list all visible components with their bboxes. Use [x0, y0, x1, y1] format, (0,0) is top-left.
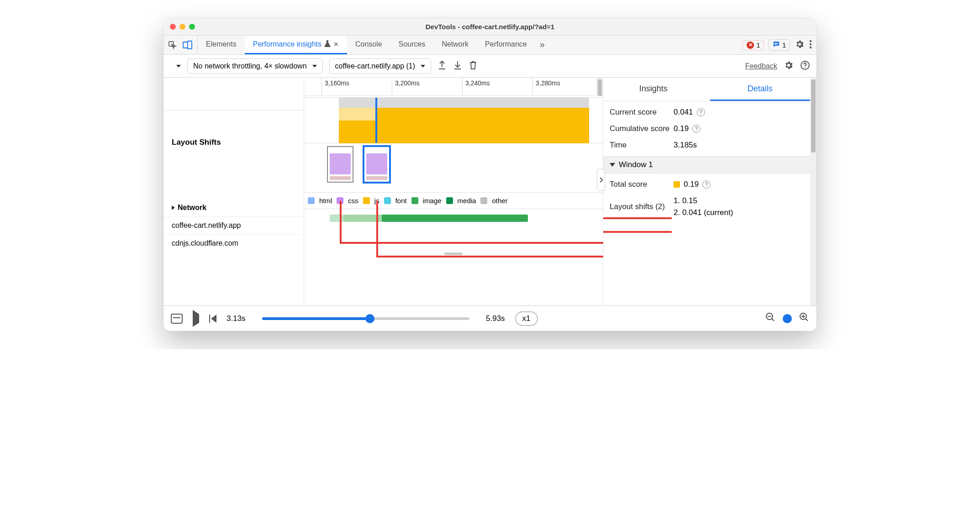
svg-point-7 — [810, 46, 811, 48]
network-legend: html css js font image media other — [304, 193, 603, 209]
close-window-button[interactable] — [170, 24, 176, 30]
zoom-in-icon[interactable] — [799, 312, 809, 325]
legend-swatch — [446, 197, 453, 204]
maximize-window-button[interactable] — [189, 24, 195, 30]
svg-point-9 — [805, 67, 806, 68]
layout-shifts-label: Layout Shifts — [163, 110, 304, 153]
legend-swatch — [384, 197, 391, 204]
help-icon[interactable] — [800, 60, 810, 72]
panel-settings-icon[interactable] — [784, 60, 794, 72]
network-waterfall[interactable] — [304, 209, 603, 250]
tab-insights[interactable]: Insights — [603, 78, 704, 101]
flask-icon — [324, 40, 331, 49]
help-icon[interactable]: ? — [692, 125, 701, 133]
recording-select[interactable]: coffee-cart.netlify.app (1) — [329, 58, 432, 74]
devtools-window: DevTools - coffee-cart.netlify.app/?ad=1… — [163, 18, 817, 331]
window-section-header[interactable]: Window 1 — [603, 156, 817, 173]
close-tab-icon[interactable]: ✕ — [333, 41, 339, 48]
network-bar[interactable] — [343, 215, 382, 222]
window-title: DevTools - coffee-cart.netlify.app/?ad=1 — [163, 23, 817, 31]
message-count-badge[interactable]: 1 — [769, 39, 790, 51]
tab-elements[interactable]: Elements — [198, 36, 245, 54]
play-button[interactable] — [193, 314, 199, 323]
inspect-icon[interactable] — [168, 41, 177, 50]
ruler-tick: 3,200ms — [392, 78, 422, 95]
collapse-sidepanel-button[interactable] — [597, 169, 605, 191]
tab-console[interactable]: Console — [347, 36, 390, 54]
timeline-area[interactable]: 3,160ms 3,200ms 3,240ms 3,280ms html — [304, 78, 603, 305]
tab-sources[interactable]: Sources — [390, 36, 434, 54]
time-ruler[interactable]: 3,160ms 3,200ms 3,240ms 3,280ms — [304, 78, 603, 96]
more-tabs-button[interactable]: » — [535, 36, 549, 54]
panel-tabstrip: Elements Performance insights ✕ Console … — [163, 36, 817, 55]
network-bar[interactable] — [382, 215, 528, 222]
svg-rect-3 — [775, 43, 778, 44]
chevron-down-icon — [610, 163, 615, 167]
import-icon[interactable] — [453, 60, 462, 72]
layout-shift-entry[interactable]: 2. 0.041 (current) — [674, 208, 733, 217]
ruler-tick: 3,280ms — [532, 78, 563, 95]
zoom-out-icon[interactable] — [765, 312, 775, 325]
feedback-link[interactable]: Feedback — [745, 62, 777, 70]
error-count-badge[interactable]: ✕1 — [743, 40, 764, 50]
playback-bar: 3.13s 5.93s x1 — [163, 305, 817, 331]
tab-network[interactable]: Network — [433, 36, 477, 54]
annotation-line — [603, 231, 672, 233]
track-labels: Layout Shifts Network coffee-cart.netlif… — [163, 78, 304, 305]
device-toolbar-icon[interactable] — [183, 41, 193, 50]
kv-cumulative-score: Cumulative score0.19? — [603, 121, 817, 137]
playback-start-time: 3.13s — [227, 314, 246, 323]
legend-swatch — [337, 197, 343, 204]
layout-shift-thumb-selected[interactable] — [363, 145, 391, 184]
svg-rect-2 — [188, 41, 192, 49]
insights-toolbar: No network throttling, 4× slowdown coffe… — [163, 55, 817, 78]
legend-swatch — [308, 197, 315, 204]
kv-total-score: Total score0.19? — [603, 176, 817, 193]
horizontal-scrollbar[interactable] — [304, 250, 603, 257]
throttling-select[interactable]: No network throttling, 4× slowdown — [187, 58, 323, 74]
layout-shift-thumb[interactable] — [327, 146, 353, 183]
help-icon[interactable]: ? — [697, 108, 705, 116]
export-icon[interactable] — [437, 60, 447, 72]
tab-performance-insights[interactable]: Performance insights ✕ — [245, 36, 347, 54]
details-scrollbar[interactable] — [810, 78, 817, 305]
network-host-row[interactable]: cdnjs.cloudflare.com — [163, 235, 304, 252]
layout-shift-entry[interactable]: 1. 0.15 — [674, 196, 697, 205]
network-section-header[interactable]: Network — [163, 199, 304, 217]
kv-layout-shifts: Layout shifts (2) 1. 0.15 2. 0.041 (curr… — [603, 193, 817, 221]
layout-shift-thumbnails — [304, 143, 603, 193]
playhead-cursor[interactable] — [375, 98, 377, 143]
settings-icon[interactable] — [795, 39, 805, 51]
svg-point-5 — [810, 40, 811, 42]
ruler-tick: 3,240ms — [462, 78, 493, 95]
network-host-row[interactable]: coffee-cart.netlify.app — [163, 217, 304, 235]
svg-point-6 — [810, 43, 811, 45]
main-flamechart[interactable] — [304, 98, 603, 143]
legend-swatch — [411, 197, 418, 204]
annotation-line — [603, 217, 672, 219]
speed-badge[interactable]: x1 — [515, 311, 538, 326]
tab-details[interactable]: Details — [710, 78, 811, 101]
playback-end-time: 5.93s — [486, 314, 505, 323]
details-tabs: Insights Details — [603, 78, 817, 101]
panel-body: Layout Shifts Network coffee-cart.netlif… — [163, 78, 817, 305]
titlebar: DevTools - coffee-cart.netlify.app/?ad=1 — [163, 18, 817, 36]
delete-icon[interactable] — [469, 60, 478, 72]
rewind-button[interactable] — [209, 315, 216, 323]
minimize-window-button[interactable] — [179, 24, 185, 30]
message-icon — [773, 41, 780, 49]
kv-time: Time3.185s — [603, 137, 817, 153]
traffic-lights — [170, 24, 195, 30]
more-menu-icon[interactable] — [809, 39, 812, 51]
score-chip-icon — [674, 181, 680, 188]
network-bar[interactable] — [330, 215, 343, 222]
help-icon[interactable]: ? — [702, 180, 711, 189]
svg-rect-4 — [775, 44, 777, 45]
record-menu-caret[interactable] — [176, 65, 181, 68]
kv-current-score: Current score0.041? — [603, 104, 817, 121]
expand-triangle-icon — [172, 205, 175, 210]
legend-swatch — [363, 197, 370, 204]
tab-performance[interactable]: Performance — [477, 36, 535, 54]
preview-toggle-icon[interactable] — [171, 314, 183, 324]
playback-slider[interactable] — [262, 317, 469, 320]
